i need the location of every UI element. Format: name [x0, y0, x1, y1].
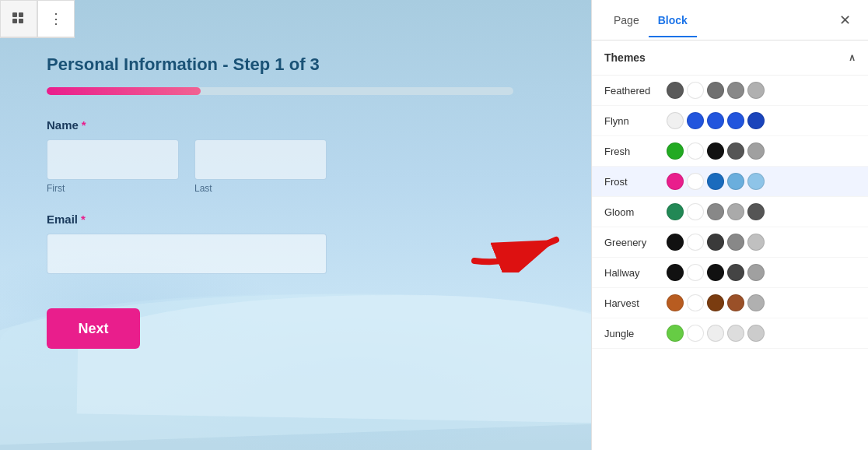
theme-name: Gloom: [604, 206, 667, 218]
color-swatch[interactable]: [707, 294, 724, 311]
color-swatch[interactable]: [727, 112, 744, 129]
color-swatch[interactable]: [707, 264, 724, 281]
color-swatch[interactable]: [727, 82, 744, 99]
themes-list: FeatheredFlynnFreshFrostGloomGreeneryHal…: [592, 76, 868, 450]
right-panel: Page Block ✕ Themes ∧ FeatheredFlynnFres…: [591, 0, 868, 450]
color-swatch[interactable]: [727, 173, 744, 190]
color-swatches: [667, 142, 765, 160]
theme-row[interactable]: Greenery: [592, 227, 868, 258]
color-swatch[interactable]: [747, 173, 765, 190]
color-swatch[interactable]: [707, 203, 724, 220]
svg-rect-1: [19, 12, 23, 17]
name-field-group: Name * First Last: [47, 118, 544, 194]
color-swatch[interactable]: [667, 325, 684, 342]
color-swatch[interactable]: [747, 203, 765, 220]
svg-rect-0: [12, 12, 17, 17]
color-swatch[interactable]: [667, 112, 684, 129]
color-swatch[interactable]: [747, 325, 765, 342]
themes-header: Themes ∧: [592, 40, 868, 76]
color-swatch[interactable]: [667, 264, 684, 281]
svg-rect-2: [12, 19, 17, 23]
last-name-label: Last: [194, 183, 327, 194]
name-label: Name *: [47, 118, 544, 132]
color-swatches: [667, 203, 765, 220]
color-swatch[interactable]: [687, 325, 704, 342]
theme-name: Jungle: [604, 328, 667, 339]
color-swatch[interactable]: [727, 264, 744, 281]
color-swatches: [667, 294, 765, 311]
color-swatch[interactable]: [747, 294, 765, 311]
color-swatches: [667, 325, 765, 342]
email-field-group: Email *: [47, 213, 544, 274]
next-button[interactable]: Next: [47, 308, 140, 349]
chevron-up-icon[interactable]: ∧: [849, 52, 856, 63]
last-name-input[interactable]: [194, 139, 327, 180]
color-swatch[interactable]: [687, 112, 704, 129]
more-options-icon: ⋮: [49, 10, 64, 27]
email-required: *: [81, 213, 86, 226]
theme-name: Hallway: [604, 267, 667, 279]
color-swatch[interactable]: [687, 234, 704, 251]
theme-name: Greenery: [604, 237, 667, 248]
theme-name: Frost: [604, 176, 667, 188]
theme-row[interactable]: Jungle: [592, 318, 868, 349]
color-swatch[interactable]: [707, 325, 724, 342]
color-swatch[interactable]: [687, 203, 704, 220]
theme-row[interactable]: Flynn: [592, 106, 868, 136]
more-options-button[interactable]: ⋮: [37, 0, 75, 37]
theme-row[interactable]: Frost: [592, 167, 868, 197]
color-swatch[interactable]: [687, 82, 704, 99]
theme-row[interactable]: Feathered: [592, 76, 868, 106]
color-swatch[interactable]: [707, 142, 724, 160]
first-name-label: First: [47, 183, 179, 194]
first-name-wrapper: First: [47, 139, 179, 194]
email-input[interactable]: [47, 234, 327, 274]
toolbar: ⋮: [0, 0, 75, 38]
progress-bar-fill: [47, 87, 201, 95]
close-button[interactable]: ✕: [834, 9, 856, 31]
color-swatch[interactable]: [707, 112, 724, 129]
color-swatch[interactable]: [727, 142, 744, 160]
form-panel: ⋮ Personal Information - Step 1 of 3 Nam…: [0, 0, 591, 450]
color-swatch[interactable]: [727, 325, 744, 342]
color-swatch[interactable]: [747, 142, 765, 160]
color-swatch[interactable]: [747, 264, 765, 281]
color-swatch[interactable]: [687, 264, 704, 281]
tab-page[interactable]: Page: [604, 3, 649, 37]
theme-row[interactable]: Harvest: [592, 288, 868, 318]
color-swatch[interactable]: [727, 294, 744, 311]
grid-view-button[interactable]: [0, 0, 37, 37]
svg-rect-3: [19, 19, 23, 23]
color-swatch[interactable]: [727, 203, 744, 220]
color-swatches: [667, 82, 765, 99]
last-name-wrapper: Last: [194, 139, 327, 194]
name-required: *: [82, 118, 86, 132]
color-swatch[interactable]: [747, 234, 765, 251]
color-swatches: [667, 234, 765, 251]
color-swatch[interactable]: [747, 82, 765, 99]
first-name-input[interactable]: [47, 139, 179, 180]
color-swatch[interactable]: [687, 142, 704, 160]
theme-row[interactable]: Gloom: [592, 197, 868, 227]
color-swatch[interactable]: [727, 234, 744, 251]
theme-name: Feathered: [604, 85, 667, 97]
color-swatch[interactable]: [707, 173, 724, 190]
color-swatch[interactable]: [707, 82, 724, 99]
name-fields: First Last: [47, 139, 544, 194]
color-swatch[interactable]: [667, 234, 684, 251]
color-swatch[interactable]: [667, 142, 684, 160]
color-swatches: [667, 264, 765, 281]
color-swatch[interactable]: [707, 234, 724, 251]
tab-block[interactable]: Block: [649, 3, 697, 37]
color-swatch[interactable]: [747, 112, 765, 129]
color-swatch[interactable]: [667, 173, 684, 190]
theme-row[interactable]: Fresh: [592, 136, 868, 167]
color-swatch[interactable]: [687, 173, 704, 190]
panel-header: Page Block ✕: [592, 0, 868, 40]
color-swatch[interactable]: [667, 82, 684, 99]
theme-row[interactable]: Hallway: [592, 258, 868, 288]
color-swatch[interactable]: [667, 294, 684, 311]
color-swatch[interactable]: [687, 294, 704, 311]
color-swatch[interactable]: [667, 203, 684, 220]
progress-bar-container: [47, 87, 513, 95]
